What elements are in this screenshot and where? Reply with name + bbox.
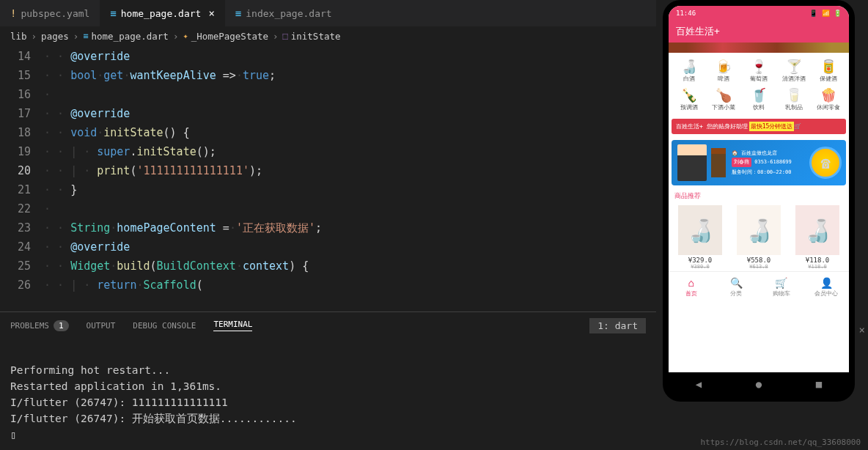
back-button[interactable]: ◀ xyxy=(696,378,702,390)
category-item[interactable]: 🍗下酒小菜 xyxy=(708,86,740,111)
breadcrumb-item[interactable]: pages xyxy=(41,31,69,42)
category-item[interactable]: 🍸清酒洋酒 xyxy=(778,57,810,83)
product-grid: 🍶¥329.0¥380.0🍶¥558.0¥613.8🍶¥118.0¥118.0 xyxy=(669,204,849,271)
product-old-price: ¥118.0 xyxy=(808,264,826,270)
product-item[interactable]: 🍶¥329.0¥380.0 xyxy=(673,205,727,270)
promo-banner[interactable]: 百姓生活+ 您的贴身好助理 最快15分钟送达 🛒 xyxy=(672,119,846,134)
product-old-price: ¥380.0 xyxy=(691,264,709,270)
category-item[interactable]: 🥤饮料 xyxy=(743,86,775,111)
terminal-line: I/flutter (26747): 开始获取首页数据............ xyxy=(10,410,646,427)
nav-icon: 👤 xyxy=(820,277,833,289)
tab-label: pubspec.yaml xyxy=(21,8,89,19)
nav-icon: 🔍 xyxy=(730,277,743,289)
terminal-line: I/flutter (26747): 111111111111111 xyxy=(10,394,646,410)
category-label: 葡萄酒 xyxy=(750,75,768,83)
tab-label: home_page.dart xyxy=(121,8,202,19)
nav-icon: 🛒 xyxy=(775,277,787,289)
category-item[interactable]: 🍷葡萄酒 xyxy=(743,57,775,83)
breadcrumb-item[interactable]: ≡ home_page.dart xyxy=(83,31,169,42)
store-info-card[interactable]: 🏠 百姓直做也龙店 刘春燕 0353-6188699 服务时间：08:00—22… xyxy=(672,140,846,185)
category-label: 下酒小菜 xyxy=(712,103,735,111)
category-icon: 🍷 xyxy=(750,57,768,75)
nav-item[interactable]: 🔍分类 xyxy=(714,272,760,302)
store-info-text: 🏠 百姓直做也龙店 刘春燕 0353-6188699 服务时间：08:00—22… xyxy=(732,150,792,177)
product-price: ¥329.0 xyxy=(688,257,713,264)
product-image: 🍶 xyxy=(678,205,722,255)
chevron-right-icon: › xyxy=(32,31,37,42)
nav-item[interactable]: 🛒购物车 xyxy=(759,272,804,302)
category-grid: 🍶白酒🍺啤酒🍷葡萄酒🍸清酒洋酒🥫保健酒🍾预调酒🍗下酒小菜🥤饮料🥛乳制品🍿休闲零食 xyxy=(669,53,849,116)
line-gutter: 141516171819 20212223242526 xyxy=(0,45,44,311)
phone-screen[interactable]: 11:46 📱 📶 🔋 百姓生活+ 🍶白酒🍺啤酒🍷葡萄酒🍸清酒洋酒🥫保健酒🍾预调… xyxy=(669,6,849,372)
breadcrumb-item[interactable]: lib xyxy=(10,31,27,42)
chevron-right-icon: › xyxy=(173,31,179,42)
tab-label: index_page.dart xyxy=(246,8,331,19)
problems-badge: 1 xyxy=(54,320,69,331)
category-item[interactable]: 🥫保健酒 xyxy=(812,57,845,83)
product-item[interactable]: 🍶¥558.0¥613.8 xyxy=(732,205,786,270)
product-old-price: ¥613.8 xyxy=(749,264,768,270)
home-button[interactable]: ● xyxy=(756,378,762,390)
status-time: 11:46 xyxy=(676,10,696,17)
code-editor[interactable]: 141516171819 20212223242526 · · @overrid… xyxy=(0,45,656,311)
tab-index-page[interactable]: ≡ index_page.dart xyxy=(225,0,342,26)
terminal-line: Restarted application in 1,361ms. xyxy=(10,378,646,394)
category-icon: 🥛 xyxy=(785,86,803,103)
call-button[interactable]: ☎ xyxy=(809,147,842,179)
tab-home-page[interactable]: ≡ home_page.dart × xyxy=(100,0,224,26)
tab-output[interactable]: OUTPUT xyxy=(87,321,116,331)
recent-button[interactable]: ■ xyxy=(816,378,822,390)
terminal-line: Performing hot restart... xyxy=(10,362,646,378)
breadcrumb[interactable]: lib › pages › ≡ home_page.dart › ✦ _Home… xyxy=(0,26,656,45)
status-bar: 11:46 📱 📶 🔋 xyxy=(669,6,849,21)
category-item[interactable]: 🍿休闲零食 xyxy=(812,86,845,111)
category-label: 休闲零食 xyxy=(817,103,840,111)
status-icons: 📱 📶 🔋 xyxy=(809,10,842,17)
banner-image[interactable] xyxy=(669,43,849,53)
dart-icon: ≡ xyxy=(235,7,241,19)
category-item[interactable]: 🥛乳制品 xyxy=(778,86,810,111)
dart-icon: ≡ xyxy=(110,7,116,19)
nav-item[interactable]: 👤会员中心 xyxy=(804,272,850,302)
category-item[interactable]: 🍺啤酒 xyxy=(708,57,740,83)
product-image: 🍶 xyxy=(737,205,781,255)
nav-label: 分类 xyxy=(730,289,742,298)
close-panel-icon[interactable]: × xyxy=(859,324,865,336)
panel-tabs: PROBLEMS 1 OUTPUT DEBUG CONSOLE TERMINAL… xyxy=(0,312,656,339)
product-item[interactable]: 🍶¥118.0¥118.0 xyxy=(790,205,845,270)
category-icon: 🥫 xyxy=(820,57,837,75)
nav-item[interactable]: ⌂首页 xyxy=(669,272,714,302)
tabs-bar: ! pubspec.yaml ≡ home_page.dart × ≡ inde… xyxy=(0,0,656,26)
terminal-selector[interactable]: 1: dart xyxy=(589,318,646,333)
category-label: 预调酒 xyxy=(680,103,698,111)
breadcrumb-item[interactable]: ✦ _HomePageState xyxy=(183,31,268,42)
nav-label: 购物车 xyxy=(773,289,790,298)
product-bottles xyxy=(711,148,726,177)
category-icon: 🍶 xyxy=(680,57,698,75)
tab-pubspec[interactable]: ! pubspec.yaml xyxy=(0,0,100,26)
bottom-panel: PROBLEMS 1 OUTPUT DEBUG CONSOLE TERMINAL… xyxy=(0,311,656,450)
section-title: 商品推荐 xyxy=(669,188,849,204)
category-icon: 🍸 xyxy=(785,57,803,75)
product-price: ¥558.0 xyxy=(747,257,771,264)
app-title: 百姓生活+ xyxy=(669,21,849,43)
terminal-cursor: ▯ xyxy=(10,427,646,443)
code-content[interactable]: · · @override · · bool·get·wantKeepAlive… xyxy=(44,45,656,311)
nav-label: 会员中心 xyxy=(814,289,838,298)
tab-debug-console[interactable]: DEBUG CONSOLE xyxy=(133,321,196,331)
chevron-right-icon: › xyxy=(73,31,79,42)
category-item[interactable]: 🍾预调酒 xyxy=(673,86,705,111)
close-icon[interactable]: × xyxy=(208,7,214,19)
terminal-content[interactable]: Performing hot restart... Restarted appl… xyxy=(0,339,656,450)
tab-terminal[interactable]: TERMINAL xyxy=(213,320,252,331)
nav-icon: ⌂ xyxy=(688,277,694,289)
staff-avatar xyxy=(677,144,707,181)
phone-nav-buttons: ◀ ● ■ xyxy=(669,372,849,396)
tab-problems[interactable]: PROBLEMS 1 xyxy=(10,320,69,331)
category-label: 白酒 xyxy=(683,75,695,83)
bottom-nav: ⌂首页🔍分类🛒购物车👤会员中心 xyxy=(669,271,849,302)
category-icon: 🥤 xyxy=(750,86,768,103)
breadcrumb-item[interactable]: ⬚ initState xyxy=(283,31,341,42)
category-item[interactable]: 🍶白酒 xyxy=(673,57,705,83)
category-label: 清酒洋酒 xyxy=(782,75,806,83)
